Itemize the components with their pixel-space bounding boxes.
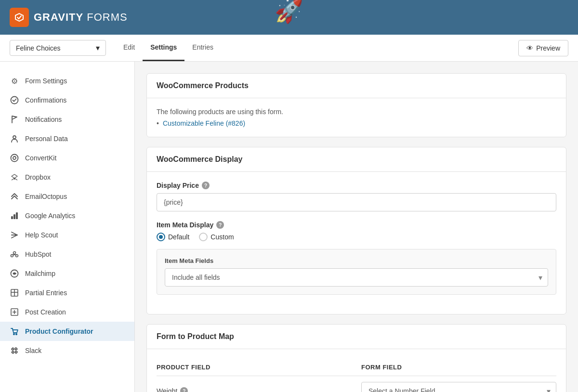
logo-icon <box>10 8 29 27</box>
sidebar-item-label: Post Creation <box>25 308 66 316</box>
item-meta-fields-section: Item Meta Fields Include all fields <box>157 249 556 295</box>
preview-eye-icon: 👁 <box>526 44 533 52</box>
sidebar-item-label: Confirmations <box>25 96 66 104</box>
sidebar-item-label: Google Analytics <box>25 212 75 220</box>
svg-point-1 <box>13 136 16 139</box>
item-meta-fields-label: Item Meta Fields <box>165 257 548 264</box>
product-field-header: Product Field <box>157 364 352 371</box>
woocommerce-products-title: WooCommerce Products <box>147 74 566 98</box>
radio-custom-btn[interactable] <box>199 233 208 241</box>
item-meta-display-group: Item Meta Display ? Default Custom <box>157 221 556 295</box>
dropbox-icon <box>10 172 19 182</box>
woocommerce-products-card: WooCommerce Products The following produ… <box>146 73 566 137</box>
sidebar-item-google-analytics[interactable]: Google Analytics <box>0 206 134 225</box>
sidebar-item-label: Partial Entries <box>25 289 67 297</box>
sidebar-item-help-scout[interactable]: Help Scout <box>0 225 134 245</box>
tab-settings[interactable]: Settings <box>143 35 184 61</box>
sidebar-item-partial-entries[interactable]: Partial Entries <box>0 283 134 302</box>
weight-select[interactable]: Select a Number Field <box>361 382 556 392</box>
item-meta-radio-group: Default Custom <box>157 233 556 241</box>
logo-text: GRAVITY FORMS <box>34 11 128 24</box>
tab-entries[interactable]: Entries <box>184 35 221 61</box>
products-info-text: The following products are using this fo… <box>157 108 556 116</box>
post-creation-icon <box>10 307 19 317</box>
item-meta-help-icon[interactable]: ? <box>216 221 224 229</box>
sidebar-item-label: Personal Data <box>25 135 68 143</box>
logo: GRAVITY FORMS <box>10 8 128 27</box>
sidebar-item-emailoctopus[interactable]: EmailOctopus <box>0 187 134 206</box>
svg-point-20 <box>13 334 14 335</box>
sidebar-item-convertkit[interactable]: ConvertKit <box>0 148 134 168</box>
weight-select-wrapper: Select a Number Field <box>361 382 556 392</box>
sidebar-item-label: Slack <box>25 347 41 354</box>
weight-label: Weight <box>157 387 177 392</box>
display-price-group: Display Price ? <box>157 182 556 211</box>
weight-help-icon[interactable]: ? <box>180 387 188 392</box>
gear-icon: ⚙ <box>10 76 19 86</box>
sidebar-item-hubspot[interactable]: HubSpot <box>0 245 134 264</box>
item-meta-fields-select[interactable]: Include all fields <box>165 268 548 287</box>
hubspot-icon <box>10 249 19 259</box>
svg-point-0 <box>11 97 18 104</box>
sidebar-item-product-configurator[interactable]: Product Configurator <box>0 322 134 341</box>
sidebar-item-label: Dropbox <box>25 173 51 181</box>
map-table-header: Product Field Form Field <box>157 359 556 376</box>
sidebar-item-label: Mailchimp <box>25 270 55 277</box>
sidebar: ⚙ Form Settings Confirmations Notificati… <box>0 62 135 392</box>
emailoctopus-icon <box>10 192 19 201</box>
display-price-input[interactable] <box>157 193 556 211</box>
slack-icon <box>10 346 19 355</box>
radio-default-btn[interactable] <box>157 233 165 241</box>
weight-label-cell: Weight ? <box>157 387 352 392</box>
svg-rect-5 <box>13 214 15 219</box>
woocommerce-products-body: The following products are using this fo… <box>147 98 566 137</box>
sidebar-item-label: Notifications <box>25 116 62 123</box>
preview-button-label: Preview <box>536 44 560 52</box>
woocommerce-display-body: Display Price ? Item Meta Display ? Defa… <box>147 172 566 314</box>
sidebar-item-notifications[interactable]: Notifications <box>0 110 134 129</box>
product-link-item: Customizable Feline (#826) <box>157 119 556 127</box>
display-price-help-icon[interactable]: ? <box>202 182 210 189</box>
table-row-weight: Weight ? Select a Number Field <box>157 382 556 392</box>
preview-button[interactable]: 👁 Preview <box>518 40 568 56</box>
cart-icon <box>10 327 19 336</box>
sidebar-item-post-creation[interactable]: Post Creation <box>0 302 134 322</box>
form-selector-chevron-icon: ▾ <box>96 43 100 52</box>
person-icon <box>10 134 19 144</box>
tab-edit[interactable]: Edit <box>116 35 143 61</box>
radio-custom[interactable]: Custom <box>199 233 234 241</box>
convertkit-icon <box>10 153 19 163</box>
form-to-product-map-card: Form to Product Map Product Field Form F… <box>146 324 566 392</box>
radio-default[interactable]: Default <box>157 233 189 241</box>
svg-rect-4 <box>11 216 13 219</box>
svg-point-21 <box>16 334 17 335</box>
svg-point-3 <box>13 157 16 159</box>
sidebar-item-label: HubSpot <box>25 250 51 258</box>
sidebar-item-slack[interactable]: Slack <box>0 341 134 360</box>
rocket-decoration: 🚀 <box>275 0 303 25</box>
radio-default-label: Default <box>168 233 189 241</box>
form-to-product-map-title: Form to Product Map <box>147 325 566 349</box>
sidebar-item-form-settings[interactable]: ⚙ Form Settings <box>0 71 134 91</box>
sidebar-item-dropbox[interactable]: Dropbox <box>0 168 134 187</box>
radio-custom-label: Custom <box>210 233 234 241</box>
woocommerce-display-title: WooCommerce Display <box>147 147 566 172</box>
nav-tabs: Edit Settings Entries <box>116 35 221 61</box>
toolbar: Feline Choices ▾ Edit Settings Entries 👁… <box>0 35 578 62</box>
sidebar-item-label: EmailOctopus <box>25 193 67 200</box>
svg-point-2 <box>11 155 18 162</box>
sidebar-item-personal-data[interactable]: Personal Data <box>0 129 134 148</box>
analytics-icon <box>10 211 19 221</box>
sidebar-item-label: Form Settings <box>25 77 67 85</box>
form-to-product-map-body: Product Field Form Field Weight ? Select… <box>147 349 566 392</box>
main-layout: ⚙ Form Settings Confirmations Notificati… <box>0 62 578 392</box>
product-link[interactable]: Customizable Feline (#826) <box>163 119 245 127</box>
svg-point-27 <box>15 351 17 353</box>
display-price-label: Display Price ? <box>157 182 556 189</box>
sidebar-item-label: Product Configurator <box>25 327 93 335</box>
sidebar-item-confirmations[interactable]: Confirmations <box>0 91 134 110</box>
form-selector[interactable]: Feline Choices ▾ <box>10 40 106 56</box>
sidebar-item-mailchimp[interactable]: Mailchimp <box>0 264 134 283</box>
svg-rect-6 <box>16 212 18 219</box>
svg-point-29 <box>12 348 13 350</box>
